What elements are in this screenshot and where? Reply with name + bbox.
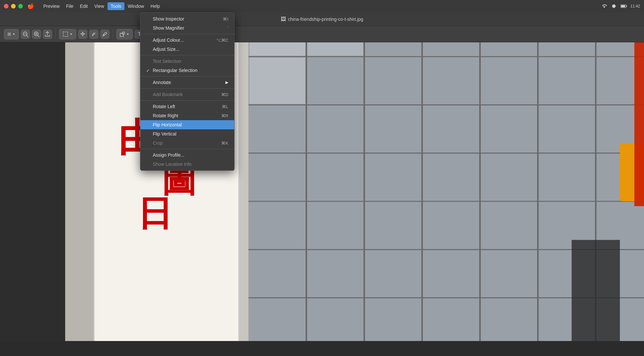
menu-window[interactable]: Window <box>124 2 147 10</box>
selection-tool-button[interactable]: ▼ <box>59 29 76 39</box>
flip-horizontal-label: Flip Horizontal <box>153 122 182 127</box>
sketch-tool-button[interactable] <box>89 30 98 39</box>
crop-label: Crop <box>153 140 163 146</box>
add-bookmark-label: Add Bookmark <box>153 92 183 97</box>
checkmark-placeholder14 <box>146 162 152 167</box>
menu-show-location-info[interactable]: Show Location Info <box>140 160 234 169</box>
svg-rect-38 <box>250 58 306 104</box>
draw-tool-button[interactable] <box>100 30 109 39</box>
apple-menu[interactable]: 🍎 <box>27 3 34 10</box>
menu-show-inspector[interactable]: Show Inspector ⌘I <box>140 14 234 23</box>
menu-bar: 🍎 Preview File Edit View Tools Window He… <box>0 0 644 12</box>
shapes-arrow-icon: ▼ <box>126 33 129 36</box>
separator-4 <box>140 88 234 89</box>
svg-rect-1 <box>626 6 627 7</box>
menu-add-bookmark[interactable]: Add Bookmark ⌘D <box>140 90 234 99</box>
menu-flip-vertical[interactable]: Flip Vertical <box>140 129 234 138</box>
window-title: 🖼 china-friendship-printing-co-t-shirt.j… <box>281 16 363 22</box>
zoom-in-button[interactable] <box>32 30 41 39</box>
svg-rect-10 <box>63 32 68 36</box>
bluetooth-icon[interactable]: ⭓ <box>611 3 617 9</box>
separator-2 <box>140 55 234 55</box>
toolbar-row1: ⊞ ▼ ▼ ▼ T <box>0 26 644 42</box>
toolbar-separator-2 <box>113 30 113 39</box>
separator-5 <box>140 100 234 101</box>
checkmark-placeholder <box>146 17 152 21</box>
checkmark-placeholder7 <box>146 92 152 97</box>
menu-help[interactable]: Help <box>147 2 163 10</box>
menu-tools[interactable]: Tools <box>107 2 125 10</box>
traffic-lights <box>4 4 23 8</box>
checkmark-placeholder2 <box>146 26 152 31</box>
menu-crop[interactable]: Crop ⌘K <box>140 138 234 148</box>
menu-rectangular-selection[interactable]: ✓ Rectangular Selection <box>140 66 234 75</box>
separator-1 <box>140 34 234 34</box>
selection-arrow-icon: ▼ <box>70 33 73 36</box>
share-button[interactable] <box>43 30 52 39</box>
sidebar <box>0 42 65 341</box>
view-toggle-icon: ⊞ <box>7 32 11 36</box>
menu-text-selection[interactable]: Text Selection <box>140 57 234 66</box>
svg-text:日: 日 <box>137 194 172 233</box>
adjust-size-label: Adjust Size... <box>153 47 179 52</box>
menu-rotate-left[interactable]: Rotate Left ⌘L <box>140 102 234 111</box>
add-bookmark-shortcut: ⌘D <box>221 92 228 97</box>
submenu-arrow-icon: ▶ <box>225 80 228 85</box>
magic-select-button[interactable] <box>78 30 87 39</box>
main-area: 由 圖 日 圖 日 <box>0 42 644 341</box>
show-location-info-label: Show Location Info <box>153 162 192 167</box>
menu-edit[interactable]: Edit <box>77 2 91 10</box>
menu-assign-profile[interactable]: Assign Profile... <box>140 150 234 160</box>
checkmark-icon: ✓ <box>146 68 152 73</box>
menu-file[interactable]: File <box>63 2 77 10</box>
checkmark-placeholder6 <box>146 80 152 85</box>
svg-rect-40 <box>572 240 620 341</box>
svg-line-4 <box>27 36 28 37</box>
checkmark-placeholder4 <box>146 47 152 52</box>
menu-show-magnifier[interactable]: Show Magnifier ` <box>140 23 234 33</box>
menu-adjust-size[interactable]: Adjust Size... <box>140 45 234 54</box>
checkmark-placeholder5 <box>146 59 152 64</box>
menu-annotate[interactable]: Annotate ▶ <box>140 78 234 87</box>
title-bar: 🖼 china-friendship-printing-co-t-shirt.j… <box>0 12 644 26</box>
crop-shortcut: ⌘K <box>221 141 228 146</box>
wifi-icon[interactable] <box>601 3 608 9</box>
rotate-right-shortcut: ⌘R <box>221 113 228 118</box>
maximize-button[interactable] <box>18 4 23 8</box>
show-magnifier-label: Show Magnifier <box>153 25 184 31</box>
menu-rotate-right[interactable]: Rotate Right ⌘R <box>140 111 234 120</box>
checkmark-placeholder3 <box>146 38 152 43</box>
menu-flip-horizontal[interactable]: Flip Horizontal <box>140 120 234 129</box>
text-selection-label: Text Selection <box>153 59 181 64</box>
menubar-right-icons: ⭓ 11:42 <box>601 3 640 9</box>
show-magnifier-shortcut: ` <box>227 26 228 31</box>
separator-3 <box>140 76 234 77</box>
checkmark-placeholder11 <box>146 132 152 136</box>
checkmark-placeholder10 <box>146 122 152 127</box>
minimize-button[interactable] <box>11 4 16 8</box>
menu-adjust-colour[interactable]: Adjust Colour... ⌥⌘C <box>140 36 234 45</box>
battery-icon[interactable] <box>621 3 627 9</box>
shapes-button[interactable]: ▼ <box>116 29 133 39</box>
show-inspector-label: Show Inspector <box>153 16 184 21</box>
view-toggle-button[interactable]: ⊞ ▼ <box>4 29 19 39</box>
flip-vertical-label: Flip Vertical <box>153 131 176 136</box>
adjust-colour-shortcut: ⌥⌘C <box>216 38 228 43</box>
menu-view[interactable]: View <box>91 2 107 10</box>
menu-preview[interactable]: Preview <box>40 2 63 10</box>
svg-rect-11 <box>120 33 123 36</box>
close-button[interactable] <box>4 4 8 8</box>
assign-profile-label: Assign Profile... <box>153 152 184 158</box>
checkmark-placeholder8 <box>146 104 152 109</box>
zoom-out-button[interactable] <box>21 30 30 39</box>
separator-6 <box>140 149 234 149</box>
checkmark-placeholder9 <box>146 113 152 118</box>
svg-rect-41 <box>634 42 644 206</box>
rotate-left-label: Rotate Left <box>153 104 175 109</box>
show-inspector-shortcut: ⌘I <box>223 17 228 21</box>
svg-rect-37 <box>307 42 363 56</box>
rectangular-selection-label: Rectangular Selection <box>153 68 197 73</box>
chevron-down-icon: ▼ <box>12 33 15 36</box>
svg-line-7 <box>38 36 39 37</box>
tools-dropdown: Show Inspector ⌘I Show Magnifier ` Adjus… <box>140 12 235 171</box>
